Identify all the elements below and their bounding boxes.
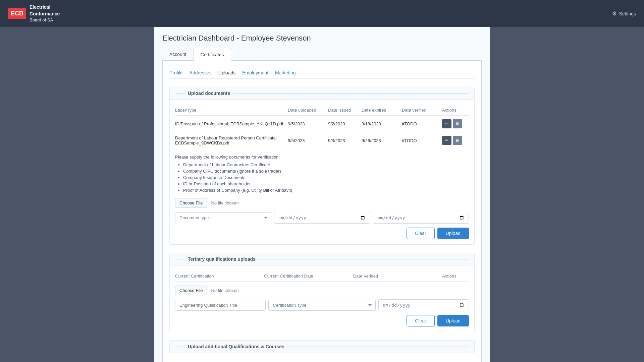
row1-date-uploaded: 9/5/2023: [288, 121, 328, 126]
doc-form-row: Document type: [175, 212, 469, 224]
tab-certificates[interactable]: Certificates: [194, 48, 231, 61]
row2-date-issued: 9/3/2023: [328, 138, 362, 143]
logo-text: ElectricalConformance Board of SA: [30, 4, 60, 23]
main-container: Electrician Dashboard - Employee Stevens…: [154, 27, 490, 362]
certification-type-select[interactable]: Certification Type: [268, 300, 375, 311]
doc-upload-file-row: Choose File No file chosen: [175, 198, 469, 208]
doc-clear-button[interactable]: Clear: [407, 228, 434, 239]
row2-edit-button[interactable]: ✏: [442, 136, 451, 145]
table-row: Department of Labour Registered Person C…: [175, 132, 469, 149]
settings-label: Settings: [619, 11, 636, 16]
additional-qualifications-section: Upload additional Qualifications & Cours…: [169, 340, 475, 353]
primary-tabs: Account Certificates: [162, 48, 482, 61]
row2-delete-button[interactable]: 🗑: [453, 136, 462, 145]
row2-date-expires: 9/26/2023: [362, 138, 402, 143]
tertiary-qualifications-section: Tertiary qualifications uploads Current …: [169, 253, 475, 332]
tab-account[interactable]: Account: [162, 48, 194, 60]
list-item: Department of Labour Contractors Certifi…: [183, 162, 469, 167]
supply-verification-section: Please supply the following documents fo…: [175, 155, 469, 193]
list-item: Proof of Address of Company (e.g. Utilit…: [183, 188, 469, 193]
tert-upload-file-row: Choose File No file chosen: [175, 286, 469, 295]
content-area: Profile Addresses Uploads Employment Mar…: [162, 61, 482, 362]
page-title: Electrician Dashboard - Employee Stevens…: [162, 34, 482, 43]
row1-edit-button[interactable]: ✏: [442, 119, 451, 128]
tab-addresses[interactable]: Addresses: [190, 67, 212, 79]
col-date-expires: Date expires: [362, 108, 402, 113]
doc-upload-button[interactable]: Upload: [437, 228, 469, 239]
tert-col-current-cert: Current Certification: [175, 274, 264, 279]
additional-qualifications-title: Upload additional Qualifications & Cours…: [188, 344, 284, 349]
col-date-uploaded: Date uploaded: [288, 108, 328, 113]
tertiary-qualifications-body: Current Certification Current Certificat…: [170, 265, 474, 332]
upload-documents-section: Upload documents Label/Type Date uploade…: [169, 87, 475, 245]
row1-delete-button[interactable]: 🗑: [453, 119, 462, 128]
tert-col-date-verified: Date Verified: [353, 274, 442, 279]
tert-table-header: Current Certification Current Certificat…: [175, 271, 469, 282]
tert-col-cert-date: Current Certification Date: [264, 274, 353, 279]
list-item: Company CIPC documents (ignore if a sole…: [183, 169, 469, 174]
tab-employment[interactable]: Employment: [242, 67, 268, 79]
tertiary-qualifications-header: Tertiary qualifications uploads: [170, 253, 474, 265]
doc-choose-file-button[interactable]: Choose File: [175, 198, 207, 208]
row2-date-verified: #TODO: [402, 138, 442, 143]
doc-no-file-text: No file chosen: [211, 200, 238, 205]
secondary-tabs: Profile Addresses Uploads Employment Mar…: [169, 67, 475, 79]
col-date-verified: Date verified: [402, 108, 442, 113]
table-row: ID/Passport of Professional: ECBSample_Y…: [175, 116, 469, 132]
documents-table-header: Label/Type Date uploaded Date issued Dat…: [175, 105, 469, 116]
col-date-issued: Date issued: [328, 108, 362, 113]
additional-qualifications-header: Upload additional Qualifications & Cours…: [170, 341, 474, 353]
row1-date-issued: 9/2/2023: [328, 121, 362, 126]
tab-uploads[interactable]: Uploads: [218, 67, 235, 79]
tertiary-qualifications-title: Tertiary qualifications uploads: [188, 256, 256, 262]
logo-icon: ECB: [8, 8, 26, 19]
row1-date-verified: #TODO: [402, 121, 442, 126]
tert-date-input[interactable]: [378, 299, 469, 311]
col-label-type: Label/Type: [175, 108, 288, 113]
row2-date-uploaded: 9/5/2023: [288, 138, 328, 143]
doc-action-buttons: Clear Upload: [175, 228, 469, 239]
list-item: Company Insurance Documents: [183, 175, 469, 180]
tab-marketing[interactable]: Marketing: [275, 67, 296, 79]
upload-documents-body: Label/Type Date uploaded Date issued Dat…: [170, 100, 474, 244]
gear-icon: ⚙: [612, 10, 617, 17]
document-type-select[interactable]: Document type: [175, 212, 271, 223]
tert-no-file-text: No file chosen: [211, 288, 238, 293]
tert-choose-file-button[interactable]: Choose File: [175, 286, 207, 295]
doc-date-issued-input[interactable]: [274, 212, 370, 224]
tert-action-buttons: Clear Upload: [175, 315, 469, 326]
row2-actions: ✏ 🗑: [442, 136, 469, 145]
settings-button[interactable]: ⚙ Settings: [612, 10, 636, 17]
row1-label: ID/Passport of Professional: ECBSample_Y…: [175, 121, 288, 126]
logo-area: ECB ElectricalConformance Board of SA: [8, 4, 60, 23]
row1-date-expires: 9/18/2023: [362, 121, 402, 126]
tert-upload-button[interactable]: Upload: [437, 315, 469, 326]
row1-actions: ✏ 🗑: [442, 119, 469, 128]
tab-profile[interactable]: Profile: [169, 67, 183, 79]
row2-label: Department of Labour Registered Person C…: [175, 135, 288, 145]
col-actions: Actions: [442, 108, 469, 113]
tert-clear-button[interactable]: Clear: [407, 315, 434, 326]
header: ECB ElectricalConformance Board of SA ⚙ …: [0, 0, 644, 27]
tert-col-actions: Actions: [442, 274, 469, 279]
upload-documents-header: Upload documents: [170, 87, 474, 100]
doc-date-expires-input[interactable]: [373, 212, 469, 224]
upload-documents-title: Upload documents: [188, 90, 230, 96]
list-item: ID or Passport of each shareholder: [183, 181, 469, 186]
tert-form-row: Certification Type: [175, 299, 469, 311]
eng-qual-title-input[interactable]: [175, 300, 266, 311]
supply-text: Please supply the following documents fo…: [175, 155, 469, 160]
supply-items-list: Department of Labour Contractors Certifi…: [175, 162, 469, 193]
